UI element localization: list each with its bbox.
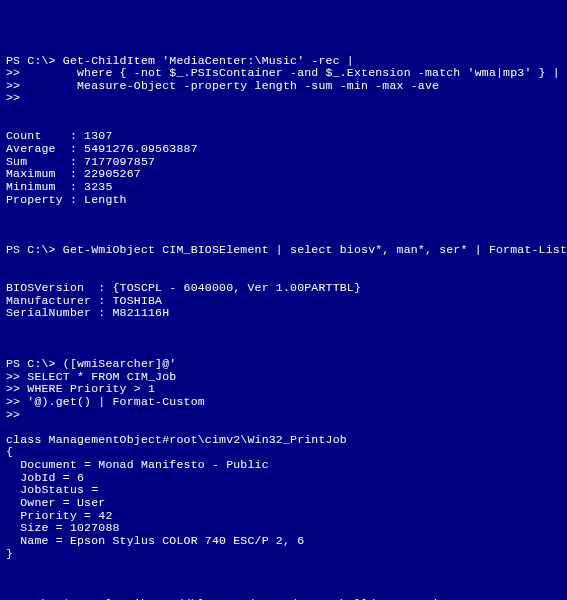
terminal-line: Name = Epson Stylus COLOR 740 ESC/P 2, 6 [6,535,561,548]
terminal-line [6,320,561,333]
terminal-line [6,105,561,118]
terminal-line: Property : Length [6,194,561,207]
terminal-line: Size = 1027088 [6,522,561,535]
terminal-line [6,219,561,232]
terminal-line: >> Measure-Object -property length -sum … [6,80,561,93]
powershell-terminal[interactable]: PS C:\> Get-ChildItem 'MediaCenter:\Musi… [6,55,561,600]
terminal-line [6,257,561,270]
terminal-line: } [6,548,561,561]
terminal-line [6,206,561,219]
terminal-line [6,333,561,346]
terminal-line: Average : 5491276.09563887 [6,143,561,156]
terminal-line: Owner = User [6,497,561,510]
terminal-line: Minimum : 3235 [6,181,561,194]
terminal-line: PS C:\> ([wmiSearcher]@' [6,358,561,371]
terminal-line: Document = Monad Manifesto - Public [6,459,561,472]
terminal-line: PS C:\> Get-WmiObject CIM_BIOSElement | … [6,244,561,257]
terminal-line: class ManagementObject#root\cimv2\Win32_… [6,434,561,447]
terminal-line: >> '@).get() | Format-Custom [6,396,561,409]
terminal-line: BIOSVersion : {TOSCPL - 6040000, Ver 1.0… [6,282,561,295]
terminal-line [6,560,561,573]
terminal-line [6,573,561,586]
terminal-line: >> where { -not $_.PSIsContainer -and $_… [6,67,561,80]
terminal-line: >> [6,92,561,105]
terminal-line [6,421,561,434]
terminal-line: SerialNumber : M821116H [6,307,561,320]
terminal-line: >> WHERE Priority > 1 [6,383,561,396]
terminal-line: >> [6,409,561,422]
